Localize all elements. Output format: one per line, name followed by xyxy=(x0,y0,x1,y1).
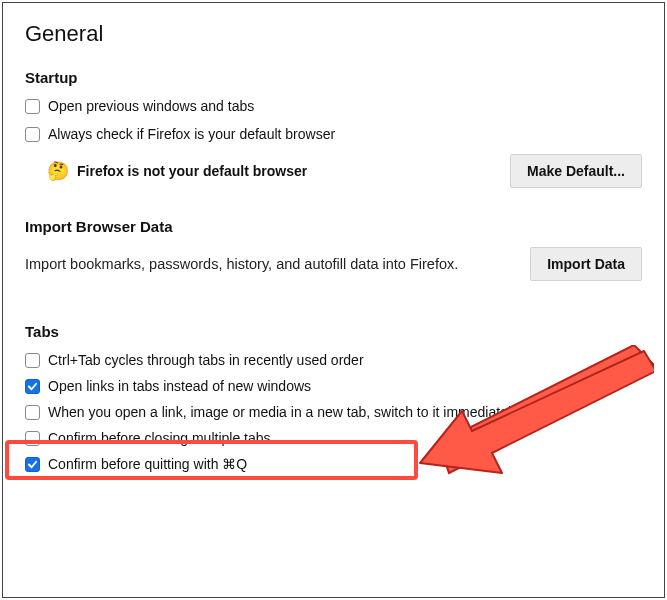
checkbox-open-previous[interactable] xyxy=(25,99,40,114)
default-browser-row: 🤔 Firefox is not your default browser Ma… xyxy=(47,154,642,188)
section-title-startup: Startup xyxy=(25,69,642,86)
checkbox-label: Ctrl+Tab cycles through tabs in recently… xyxy=(48,352,364,368)
checkbox-label: Confirm before closing multiple tabs xyxy=(48,430,271,446)
page-title: General xyxy=(25,21,642,47)
general-settings-panel: General Startup Open previous windows an… xyxy=(2,2,665,598)
checkbox-row-always-check[interactable]: Always check if Firefox is your default … xyxy=(25,126,642,142)
section-title-import: Import Browser Data xyxy=(25,218,642,235)
checkbox-row-open-links[interactable]: Open links in tabs instead of new window… xyxy=(25,378,642,394)
checkbox-label: When you open a link, image or media in … xyxy=(48,404,518,420)
checkbox-ctrl-tab[interactable] xyxy=(25,353,40,368)
checkbox-open-links[interactable] xyxy=(25,379,40,394)
checkbox-label: Open previous windows and tabs xyxy=(48,98,254,114)
make-default-button[interactable]: Make Default... xyxy=(510,154,642,188)
not-default-text: Firefox is not your default browser xyxy=(77,163,307,179)
checkbox-confirm-quit[interactable] xyxy=(25,457,40,472)
checkbox-row-switch-to[interactable]: When you open a link, image or media in … xyxy=(25,404,642,420)
checkbox-label: Always check if Firefox is your default … xyxy=(48,126,335,142)
section-title-tabs: Tabs xyxy=(25,323,642,340)
import-description: Import bookmarks, passwords, history, an… xyxy=(25,256,530,272)
checkbox-label: Confirm before quitting with ⌘Q xyxy=(48,456,247,472)
import-row: Import bookmarks, passwords, history, an… xyxy=(25,247,642,281)
checkbox-row-open-previous[interactable]: Open previous windows and tabs xyxy=(25,98,642,114)
checkbox-row-confirm-close[interactable]: Confirm before closing multiple tabs xyxy=(25,430,642,446)
checkbox-switch-to[interactable] xyxy=(25,405,40,420)
thinking-face-icon: 🤔 xyxy=(47,162,69,180)
checkbox-always-check[interactable] xyxy=(25,127,40,142)
checkbox-label: Open links in tabs instead of new window… xyxy=(48,378,311,394)
import-data-button[interactable]: Import Data xyxy=(530,247,642,281)
checkbox-row-ctrl-tab[interactable]: Ctrl+Tab cycles through tabs in recently… xyxy=(25,352,642,368)
checkbox-confirm-close[interactable] xyxy=(25,431,40,446)
checkbox-row-confirm-quit[interactable]: Confirm before quitting with ⌘Q xyxy=(25,456,642,472)
